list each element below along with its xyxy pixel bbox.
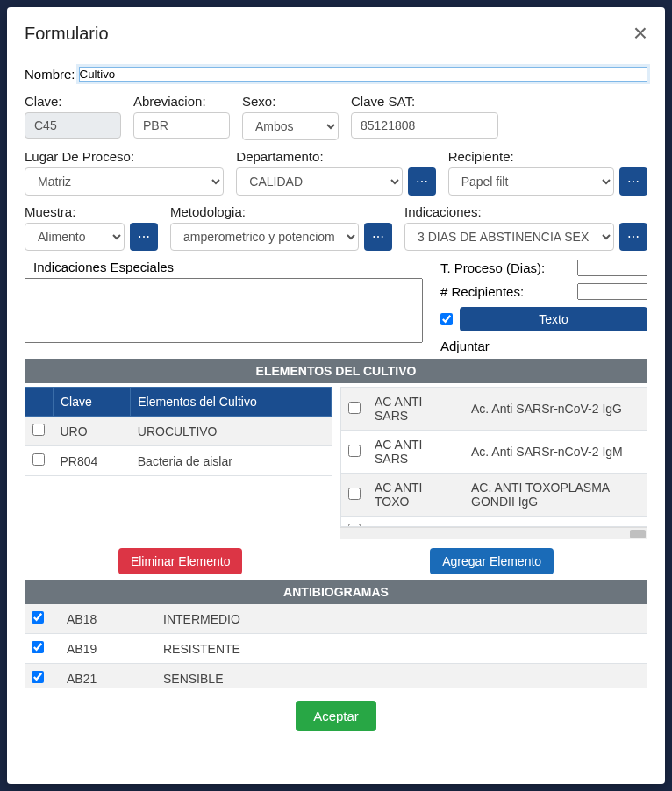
abrev-input[interactable] bbox=[133, 112, 230, 139]
row-clave: URO bbox=[54, 417, 131, 446]
sexo-label: Sexo: bbox=[242, 94, 339, 109]
cultivo-section-header: ELEMENTOS DEL CULTIVO bbox=[25, 359, 647, 383]
muestra-select[interactable]: Alimento bbox=[25, 223, 125, 251]
tproc-label: T. Proceso (Dias): bbox=[440, 260, 570, 275]
agregar-button[interactable]: Agregar Elemento bbox=[430, 548, 554, 574]
row-c2: Ac. Anti SARSr-nCoV-2 IgM bbox=[464, 431, 647, 474]
metod-select[interactable]: amperometrico y potenciom bbox=[170, 223, 359, 251]
cultivo-options-table: AC ANTI SARSAc. Anti SARSr-nCoV-2 IgGAC … bbox=[341, 388, 647, 527]
texto-button[interactable]: Texto bbox=[460, 307, 647, 331]
modal-title: Formulario bbox=[25, 24, 109, 44]
clave-label: Clave: bbox=[25, 94, 121, 109]
close-button[interactable]: × bbox=[633, 21, 647, 46]
ab-row[interactable]: AB18INTERMEDIO bbox=[25, 604, 647, 634]
hscroll-hint[interactable] bbox=[340, 527, 647, 539]
sexo-select[interactable]: Ambos bbox=[242, 112, 339, 140]
row-elem: SENSIBLE bbox=[156, 664, 647, 689]
nrecip-label: # Recipientes: bbox=[440, 284, 570, 299]
row-clave: PR804 bbox=[54, 446, 131, 476]
table-row[interactable]: UROUROCULTIVO bbox=[25, 417, 332, 446]
row-elem: INTERMEDIO bbox=[156, 604, 647, 634]
recip-label: Recipiente: bbox=[448, 149, 614, 164]
row-c2: AC. ANTI VARICELA IGG bbox=[464, 517, 647, 528]
row-c1: ac varicela bbox=[368, 517, 464, 528]
cultivo-options-scroll[interactable]: AC ANTI SARSAc. Anti SARSr-nCoV-2 IgGAC … bbox=[340, 387, 647, 527]
ab-row[interactable]: AB19RESISTENTE bbox=[25, 634, 647, 664]
col-elem: Elementos del Cultivo bbox=[131, 388, 332, 417]
modal-body: Nombre: Clave: Abreviacion: Sexo: Ambos … bbox=[7, 60, 665, 784]
recip-more-button[interactable]: ⋯ bbox=[619, 167, 647, 196]
metod-more-button[interactable]: ⋯ bbox=[364, 223, 392, 251]
indic-esp-textarea[interactable] bbox=[25, 278, 423, 343]
depto-select[interactable]: CALIDAD bbox=[236, 167, 402, 196]
lugar-select[interactable]: Matriz bbox=[25, 167, 224, 196]
muestra-more-button[interactable]: ⋯ bbox=[130, 223, 158, 251]
aceptar-button[interactable]: Aceptar bbox=[296, 701, 376, 731]
indic-label: Indicaciones: bbox=[404, 204, 614, 219]
indic-more-button[interactable]: ⋯ bbox=[619, 223, 647, 251]
ab-section-header: ANTIBIOGRAMAS bbox=[25, 580, 647, 604]
row-clave: AB19 bbox=[60, 634, 156, 664]
row-checkbox[interactable] bbox=[348, 445, 361, 457]
row-c2: Ac. Anti SARSr-nCoV-2 IgG bbox=[464, 388, 647, 431]
option-row[interactable]: AC ANTI SARSAc. Anti SARSr-nCoV-2 IgM bbox=[341, 431, 647, 474]
nombre-input[interactable] bbox=[79, 67, 647, 82]
row-c1: AC ANTI SARS bbox=[368, 388, 464, 431]
row-checkbox[interactable] bbox=[32, 424, 45, 436]
nrecip-input[interactable] bbox=[577, 283, 647, 300]
option-row[interactable]: AC ANTI TOXOAC. ANTI TOXOPLASMA GONDII I… bbox=[341, 474, 647, 517]
row-checkbox[interactable] bbox=[32, 641, 44, 653]
clavesat-label: Clave SAT: bbox=[351, 94, 498, 109]
indic-esp-label: Indicaciones Especiales bbox=[33, 260, 423, 274]
row-elem: RESISTENTE bbox=[156, 634, 647, 664]
row-elem: UROCULTIVO bbox=[131, 417, 332, 446]
nombre-label: Nombre: bbox=[25, 67, 75, 82]
row-clave: AB21 bbox=[60, 664, 156, 689]
row-checkbox[interactable] bbox=[32, 611, 44, 624]
row-checkbox[interactable] bbox=[32, 671, 44, 683]
ab-scroll[interactable]: AB18INTERMEDIOAB19RESISTENTEAB21SENSIBLE bbox=[25, 604, 647, 688]
adjuntar-checkbox[interactable] bbox=[440, 313, 453, 325]
metod-label: Metodologia: bbox=[170, 204, 359, 219]
tproc-input[interactable] bbox=[577, 260, 647, 276]
col-check bbox=[25, 388, 54, 417]
clavesat-input[interactable] bbox=[351, 112, 498, 139]
modal-header: Formulario × bbox=[7, 7, 665, 60]
abrev-label: Abreviacion: bbox=[133, 94, 230, 109]
muestra-label: Muestra: bbox=[25, 204, 125, 219]
indic-select[interactable]: 3 DIAS DE ABSTINENCIA SEX bbox=[404, 223, 614, 251]
option-row[interactable]: ac varicelaAC. ANTI VARICELA IGG bbox=[341, 517, 647, 528]
cultivo-selected-table: Clave Elementos del Cultivo UROUROCULTIV… bbox=[25, 387, 332, 476]
ab-row[interactable]: AB21SENSIBLE bbox=[25, 664, 647, 689]
depto-more-button[interactable]: ⋯ bbox=[408, 167, 436, 196]
row-checkbox[interactable] bbox=[348, 402, 361, 414]
ab-table: AB18INTERMEDIOAB19RESISTENTEAB21SENSIBLE bbox=[25, 604, 647, 688]
adjuntar-label: Adjuntar bbox=[440, 338, 490, 353]
row-c2: AC. ANTI TOXOPLASMA GONDII IgG bbox=[464, 474, 647, 517]
row-clave: AB18 bbox=[60, 604, 156, 634]
row-c1: AC ANTI TOXO bbox=[368, 474, 464, 517]
depto-label: Departamento: bbox=[236, 149, 402, 164]
modal-dialog: Formulario × Nombre: Clave: Abreviacion:… bbox=[7, 7, 665, 784]
row-elem: Bacteria de aislar bbox=[131, 446, 332, 476]
recip-select[interactable]: Papel filt bbox=[448, 167, 614, 196]
table-row[interactable]: PR804Bacteria de aislar bbox=[25, 446, 332, 476]
eliminar-button[interactable]: Eliminar Elemento bbox=[118, 548, 243, 574]
lugar-label: Lugar De Proceso: bbox=[25, 149, 224, 164]
row-checkbox[interactable] bbox=[348, 488, 361, 500]
row-checkbox[interactable] bbox=[32, 453, 45, 466]
clave-input bbox=[25, 112, 121, 139]
option-row[interactable]: AC ANTI SARSAc. Anti SARSr-nCoV-2 IgG bbox=[341, 388, 647, 431]
row-c1: AC ANTI SARS bbox=[368, 431, 464, 474]
col-clave: Clave bbox=[54, 388, 131, 417]
